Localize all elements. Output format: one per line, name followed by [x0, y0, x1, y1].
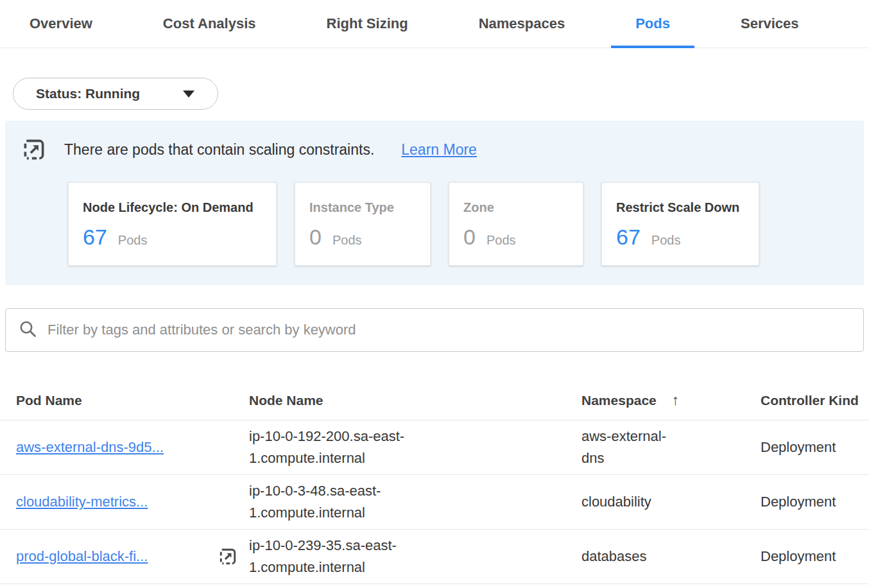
card-value-row: 0 Pods — [463, 224, 569, 250]
card-unit-label: Pods — [486, 233, 516, 248]
controller-kind-cell: Deployment — [761, 491, 869, 513]
node-name-cell: ip-10-0-3-48.sa-east-1.compute.internal — [249, 480, 581, 524]
controller-kind-cell: Deployment — [761, 437, 869, 458]
tab-pods[interactable]: Pods — [611, 0, 694, 48]
card-pod-count: 67 — [616, 224, 641, 250]
card-title: Zone — [463, 200, 569, 215]
tab-overview[interactable]: Overview — [5, 0, 117, 48]
table-row: cloudability-metrics... ip-10-0-3-48.sa-… — [0, 475, 869, 530]
card-pod-count: 0 — [309, 224, 322, 250]
scale-out-icon — [22, 137, 46, 162]
card-zone[interactable]: Zone 0 Pods — [449, 182, 583, 266]
namespace-text: aws-external-dns — [581, 426, 671, 469]
sort-ascending-icon[interactable]: ↑ — [672, 392, 680, 409]
card-pod-count: 0 — [463, 224, 476, 250]
pod-name-cell: aws-external-dns-9d5... — [16, 437, 249, 458]
pod-name-cell: prod-global-black-fi... — [16, 546, 249, 567]
node-name-cell: ip-10-0-239-35.sa-east-1.compute.interna… — [249, 535, 581, 578]
status-filter-dropdown[interactable]: Status: Running — [13, 78, 218, 110]
pod-name-link[interactable]: aws-external-dns-9d5... — [16, 437, 164, 458]
banner-header: There are pods that contain scaling cons… — [22, 137, 847, 162]
card-unit-label: Pods — [651, 233, 681, 248]
card-value-row: 67 Pods — [83, 224, 262, 250]
table-row: aws-external-dns-9d5... ip-10-0-192-200.… — [0, 420, 869, 475]
card-unit-label: Pods — [332, 233, 362, 248]
node-name-text: ip-10-0-192-200.sa-east-1.compute.intern… — [249, 426, 424, 469]
tab-label: Services — [741, 15, 799, 32]
banner-message: There are pods that contain scaling cons… — [64, 141, 374, 159]
tab-virtual[interactable]: Virtu — [845, 0, 869, 48]
card-instance-type[interactable]: Instance Type 0 Pods — [295, 182, 431, 266]
node-name-text: ip-10-0-3-48.sa-east-1.compute.internal — [249, 480, 424, 524]
card-title: Restrict Scale Down — [616, 200, 744, 215]
column-header-namespace[interactable]: Namespace ↑ — [581, 392, 761, 409]
controller-kind-cell: Deployment — [761, 546, 869, 567]
scaling-constraints-banner: There are pods that contain scaling cons… — [5, 121, 864, 285]
pod-name-link[interactable]: cloudability-metrics... — [16, 491, 148, 513]
node-name-text: ip-10-0-239-35.sa-east-1.compute.interna… — [249, 535, 424, 578]
scale-out-icon — [218, 547, 237, 566]
table-header-row: Pod Name Node Name Namespace ↑ Controlle… — [0, 381, 869, 420]
tab-namespaces[interactable]: Namespaces — [454, 0, 590, 48]
learn-more-link[interactable]: Learn More — [401, 141, 477, 159]
card-unit-label: Pods — [118, 233, 148, 248]
node-name-cell: ip-10-0-192-200.sa-east-1.compute.intern… — [249, 426, 581, 469]
namespace-cell: cloudability — [581, 491, 761, 513]
card-node-lifecycle[interactable]: Node Lifecycle: On Demand 67 Pods — [68, 182, 277, 266]
card-pod-count: 67 — [83, 224, 107, 250]
tab-label: Pods — [635, 15, 670, 32]
column-header-controller-kind[interactable]: Controller Kind — [761, 393, 869, 408]
tab-label: Namespaces — [479, 15, 565, 32]
status-filter-value: Status: Running — [36, 86, 140, 101]
namespace-text: databases — [581, 546, 671, 567]
card-value-row: 0 Pods — [309, 224, 416, 250]
namespace-cell: databases — [581, 546, 761, 567]
tab-cost-analysis[interactable]: Cost Analysis — [139, 0, 280, 48]
column-header-pod-name[interactable]: Pod Name — [16, 393, 249, 408]
card-restrict-scale-down[interactable]: Restrict Scale Down 67 Pods — [601, 182, 759, 266]
namespace-cell: aws-external-dns — [581, 426, 761, 469]
chevron-down-icon — [183, 91, 194, 98]
tab-label: Cost Analysis — [163, 15, 256, 32]
pod-name-link[interactable]: prod-global-black-fi... — [16, 546, 148, 567]
card-title: Node Lifecycle: On Demand — [83, 200, 262, 215]
pods-table: Pod Name Node Name Namespace ↑ Controlle… — [0, 381, 869, 584]
card-value-row: 67 Pods — [616, 224, 744, 250]
pod-name-cell: cloudability-metrics... — [16, 491, 249, 513]
top-tab-bar: Overview Cost Analysis Right Sizing Name… — [0, 0, 869, 48]
tab-label: Right Sizing — [327, 15, 408, 32]
column-header-label: Namespace — [581, 393, 657, 408]
card-title: Instance Type — [309, 200, 416, 215]
namespace-text: cloudability — [581, 491, 671, 513]
tab-label: Overview — [30, 15, 92, 32]
column-header-node-name[interactable]: Node Name — [249, 393, 581, 408]
search-input[interactable] — [47, 322, 851, 338]
table-row: prod-global-black-fi... ip-10-0-239-35.s… — [0, 530, 869, 584]
tab-services[interactable]: Services — [716, 0, 823, 48]
tab-right-sizing[interactable]: Right Sizing — [302, 0, 433, 48]
constraint-cards: Node Lifecycle: On Demand 67 Pods Instan… — [68, 182, 847, 266]
search-icon — [18, 319, 38, 342]
filter-search-box — [5, 308, 864, 352]
